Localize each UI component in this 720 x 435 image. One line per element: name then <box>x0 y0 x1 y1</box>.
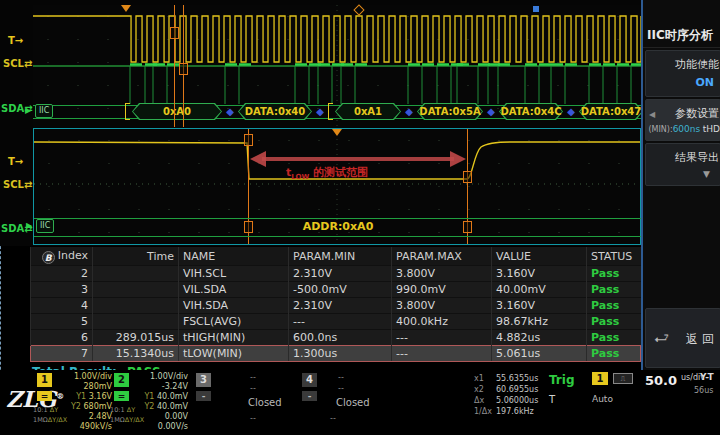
ack-diamond-icon: ◆ <box>486 106 496 117</box>
reference-marker-icon[interactable] <box>533 6 539 12</box>
return-arrow-icon: ⮐ <box>654 329 669 347</box>
display-mode: Y-T <box>700 372 714 382</box>
trigger-source-badge[interactable]: 1 <box>592 372 608 385</box>
decode-segment[interactable]: DATA:0x5A <box>417 103 483 120</box>
cursor-handle[interactable] <box>170 27 179 39</box>
ch2-readout: 1.00V/div-3.24V Y1 40.0mV Y2 40.0mV 0.00… <box>130 372 188 432</box>
menu-item-enable[interactable]: 功能使能 ON <box>645 50 720 97</box>
cell-value: 3.160V <box>492 298 587 314</box>
cell-value: 40.00mV <box>492 282 587 298</box>
ch4-dash: -- <box>338 373 344 382</box>
table-row[interactable]: 715.1340ustLOW(MIN)1.300us---5.061usPass <box>31 346 641 362</box>
ch1-badge[interactable]: 1 <box>37 373 52 387</box>
bus-arrow-icon: ▶ <box>25 106 31 115</box>
cursor-handle[interactable] <box>463 171 472 183</box>
ch4-dash: -- <box>338 384 344 393</box>
cell-min: 1.300us <box>289 346 392 362</box>
cursor-readout: x155.6355us x260.6955us Δx5.06000us 1/Δx… <box>474 373 538 417</box>
bus-arrow-icon: ▶ <box>26 221 32 230</box>
params-label: 参数设置 <box>646 100 720 123</box>
b-cursor-badge: B <box>42 251 55 264</box>
table-row[interactable]: 6289.015ustHIGH(MIN)600.0ns---4.882usPas… <box>31 330 641 346</box>
cell-time <box>93 314 179 330</box>
decode-segment[interactable]: DATA:0x4C <box>499 103 563 120</box>
cell-index: 5 <box>31 314 93 330</box>
decode-segment[interactable]: 0xA0 <box>132 103 222 120</box>
table-row[interactable]: 4VIH.SDA2.310V3.800V3.160VPass <box>31 298 641 314</box>
cell-value: 5.061us <box>492 346 587 362</box>
trigger-marker-label-2: T→ <box>8 156 23 167</box>
waveform-area: T→ SCL⇄ SDA⇄ T→ SCL⇄ SDA⇄ ▶ IIC 0xA0◆DAT… <box>0 0 641 246</box>
cell-status: Pass <box>587 282 641 298</box>
ch4-dash: -- <box>330 414 336 423</box>
ch3-badge[interactable]: 3 <box>196 373 211 387</box>
column-header: Time <box>93 247 179 266</box>
timing-results-table[interactable]: BIndexTimeNAMEPARAM.MINPARAM.MAXVALUESTA… <box>30 247 641 362</box>
scl-channel-label-1: SCL⇄ <box>3 58 32 69</box>
trigger-position-icon[interactable] <box>332 129 342 136</box>
table-row[interactable]: 2VIH.SCL2.310V3.800V3.160VPass <box>31 266 641 282</box>
trigger-marker-label-1: T→ <box>8 35 23 46</box>
back-button[interactable]: ⮐ 返回 <box>645 308 720 368</box>
ack-diamond-icon: ◆ <box>225 106 235 117</box>
ack-diamond-icon: ◆ <box>315 106 325 117</box>
cell-index: 7 <box>31 346 93 362</box>
column-header: STATUS <box>587 247 641 266</box>
cell-time: 15.1340us <box>93 346 179 362</box>
column-header: NAME <box>179 247 289 266</box>
cursor-x1-line[interactable] <box>174 5 175 127</box>
cell-min: -500.0mV <box>289 282 392 298</box>
cell-name: VIH.SCL <box>179 266 289 282</box>
menu-item-export[interactable]: 结果导出 ▼ <box>645 143 720 186</box>
cell-value: 98.67kHz <box>492 314 587 330</box>
column-header: PARAM.MAX <box>392 247 492 266</box>
ch1-readout: 1.00V/div280mV Y1 3.16V Y2 680mV 2.48V49… <box>54 372 112 432</box>
trigger-mode: Auto <box>592 394 613 404</box>
table-row[interactable]: 5FSCL(AVG)---400.0kHz98.67kHzPass <box>31 314 641 330</box>
cursor-handle[interactable] <box>179 63 188 75</box>
export-label: 结果导出 <box>646 144 720 167</box>
decode-segment-label: 0xA1 <box>335 103 401 120</box>
ch3-dash: -- <box>250 384 256 393</box>
ack-diamond-icon: ◆ <box>404 106 414 117</box>
cell-min: --- <box>289 314 392 330</box>
cell-min: 600.0ns <box>289 330 392 346</box>
timebase-scale[interactable]: 50.0 <box>645 373 677 388</box>
ch2-badge[interactable]: 2 <box>114 373 129 387</box>
decode-segment-label: DATA:0x4C <box>499 103 563 120</box>
iic-decode-bus: ▶ IIC 0xA0◆DATA:0x40◆0xA1◆DATA:0x5A◆DATA… <box>33 101 641 123</box>
cell-name: FSCL(AVG) <box>179 314 289 330</box>
trigger-position-icon[interactable] <box>121 5 131 12</box>
decode-segment[interactable]: DATA:0x40 <box>238 103 312 120</box>
cell-max: 3.800V <box>392 266 492 282</box>
ch4-coupling-icon: - <box>302 391 317 401</box>
cell-status: Pass <box>587 298 641 314</box>
trigger-t-label: T <box>549 394 555 405</box>
cell-time <box>93 266 179 282</box>
results-table-area: BIndexTimeNAMEPARAM.MINPARAM.MAXVALUESTA… <box>30 247 642 379</box>
cell-max: 400.0kHz <box>392 314 492 330</box>
menu-item-params[interactable]: ◀ 参数设置 (MIN):600ns tHD <box>645 99 720 141</box>
table-row[interactable]: 3VIL.SDA-500.0mV990.0mV40.00mVPass <box>31 282 641 298</box>
ch4-badge[interactable]: 4 <box>302 373 317 387</box>
cell-status: Pass <box>587 314 641 330</box>
decode-segment-label: DATA:0x5A <box>417 103 483 120</box>
ch3-coupling-icon: - <box>196 391 211 401</box>
decode-segment[interactable]: 0xA1 <box>335 103 401 120</box>
back-label: 返回 <box>686 331 718 348</box>
cell-index: 2 <box>31 266 93 282</box>
cursor-handle[interactable] <box>244 134 253 146</box>
cell-max: 3.800V <box>392 298 492 314</box>
cell-index: 4 <box>31 298 93 314</box>
cell-max: --- <box>392 330 492 346</box>
decode-segment[interactable]: DATA:0x47 <box>579 103 643 120</box>
column-header: BIndex <box>31 247 93 266</box>
status-bar: ZLG® 1 = 10:1 ΔY 1MΩΔY/ΔX 1.00V/div280mV… <box>0 370 720 435</box>
cell-status: Pass <box>587 346 641 362</box>
cell-name: VIH.SDA <box>179 298 289 314</box>
menu-title: IIC时序分析 <box>643 22 720 48</box>
trigger-status[interactable]: Trig <box>549 373 575 387</box>
table-body[interactable]: 2VIH.SCL2.310V3.800V3.160VPass3VIL.SDA-5… <box>31 266 641 362</box>
ch4-state: Closed <box>336 397 370 408</box>
cell-min: 2.310V <box>289 298 392 314</box>
